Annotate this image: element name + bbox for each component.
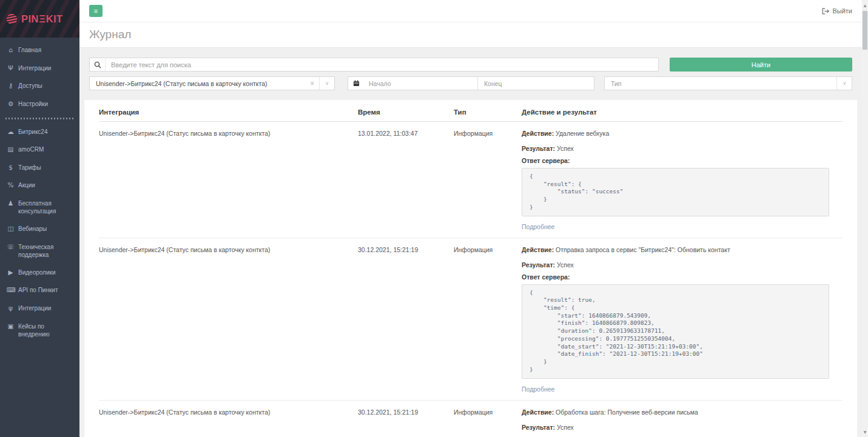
search-group (89, 58, 659, 72)
date-end-input[interactable] (477, 77, 594, 90)
home-icon: ⌂ (7, 46, 15, 55)
sidebar-item-api[interactable]: ⌨ API по Пинкит (0, 281, 79, 299)
sidebar-item-integrations-2[interactable]: ψ Интеграции (0, 299, 79, 318)
sidebar-item-amocrm[interactable]: ▤ amoCRM (0, 141, 79, 159)
brand-logo-icon (4, 12, 19, 27)
response-label: Ответ сервера: (522, 157, 829, 164)
keyboard-icon: ⌨ (7, 286, 15, 295)
sidebar-item-cases[interactable]: ▣ Кейсы по внедрению (0, 318, 79, 343)
action-text: Удаление вебхука (556, 130, 609, 137)
cloud-icon: ☁ (7, 128, 15, 136)
sidebar-item-integrations[interactable]: Ψ Интеграции (0, 59, 79, 78)
type-select-placeholder: Тип (605, 80, 836, 87)
table-row: Unisender->Битрикс24 (Статус письма в ка… (99, 238, 843, 400)
action-text: Обработка шага: Получение веб-версии пис… (556, 409, 698, 416)
search-icon (90, 58, 106, 71)
sidebar-item-webinars[interactable]: ◫ Вебинары (0, 220, 79, 238)
logout-icon (822, 8, 829, 15)
sidebar-item-label: Видеоролики (18, 269, 56, 277)
plug-icon: Ψ (7, 64, 15, 73)
webinar-screen-icon: ◫ (7, 225, 15, 233)
sidebar: PINΞKIT ⌂ Главная Ψ Интеграции ⚷ Доступы… (0, 0, 79, 437)
sidebar-item-tariffs[interactable]: $ Тарифы (0, 159, 79, 177)
sidebar-item-label: Техническая поддержка (18, 243, 76, 259)
search-input[interactable] (106, 58, 658, 71)
result-label: Результат: (522, 145, 555, 152)
brand-logo[interactable]: PINΞKIT (0, 0, 79, 38)
details-link[interactable]: Подробнее (522, 223, 554, 230)
response-label: Ответ сервера: (522, 273, 829, 281)
sidebar-item-tech-support[interactable]: ☏ Техническая поддержка (0, 238, 79, 264)
sidebar-separator (5, 118, 74, 119)
sidebar-item-label: Акции (18, 181, 35, 190)
type-select[interactable]: Тип ∨ (604, 76, 852, 90)
titlebar: Журнал (79, 22, 862, 48)
sidebar-item-home[interactable]: ⌂ Главная (0, 41, 79, 59)
action-label: Действие: (522, 409, 554, 416)
logout-button[interactable]: Выйти (822, 7, 852, 15)
sidebar-item-label: Вебинары (18, 225, 47, 233)
chevron-down-icon[interactable]: ∨ (836, 77, 852, 90)
sidebar-item-videos[interactable]: ▶ Видеоролики (0, 264, 79, 282)
sidebar-item-free-consultation[interactable]: ♟ Бесплатная консультация (0, 195, 79, 220)
integration-icon: ψ (7, 304, 15, 313)
result-text: Успех (557, 261, 574, 269)
sidebar-item-label: Главная (18, 46, 41, 55)
sidebar-item-label: Бесплатная консультация (18, 199, 76, 215)
laptop-icon: ▤ (7, 145, 15, 154)
main-area: ≡ Выйти Журнал (79, 0, 862, 437)
sidebar-item-promos[interactable]: % Акции (0, 176, 79, 195)
calendar-icon (348, 77, 364, 90)
sidebar-nav: ⌂ Главная Ψ Интеграции ⚷ Доступы ⚙ Настр… (0, 38, 79, 343)
app-window: PINΞKIT ⌂ Главная Ψ Интеграции ⚷ Доступы… (0, 0, 868, 437)
integration-select[interactable]: Unisender->Битрикс24 (Статус письма в ка… (89, 76, 335, 90)
key-icon: ⚷ (7, 82, 15, 90)
percent-icon: % (7, 181, 15, 190)
chevron-down-icon[interactable]: ∨ (319, 77, 334, 90)
sidebar-item-bitrix24[interactable]: ☁ Битрикс24 (0, 123, 79, 141)
vertical-scrollbar[interactable]: ▲ ▼ (862, 0, 868, 437)
clear-icon[interactable]: × (305, 79, 319, 88)
scroll-up-icon[interactable]: ▲ (862, 1, 868, 9)
server-response-json: { "result": true, "time": { "start": 164… (530, 289, 827, 374)
action-label: Действие: (522, 130, 554, 137)
result-text: Успех (557, 145, 574, 152)
details-link[interactable]: Подробнее (522, 385, 554, 393)
log-table-card: Интеграция Время Тип Действие и результа… (84, 100, 857, 437)
scrollbar-thumb[interactable] (863, 11, 867, 50)
sidebar-item-label: amoCRM (18, 145, 44, 154)
result-label: Результат: (522, 424, 555, 431)
video-icon: ▶ (7, 269, 15, 277)
person-icon: ♟ (7, 199, 15, 215)
page-title: Журнал (89, 28, 852, 41)
result-label: Результат: (522, 261, 555, 269)
column-header-action: Действие и результат (522, 108, 843, 116)
sidebar-item-label: Доступы (18, 82, 42, 90)
sidebar-item-label: Кейсы по внедрению (18, 322, 76, 338)
server-response-block: { "result": { "status": "success" } } (522, 168, 829, 216)
filters: Найти Unisender->Битрикс24 (Статус письм… (89, 58, 852, 90)
action-text: Отправка запроса в сервис "Битрикс24": О… (556, 246, 730, 253)
column-header-type: Тип (454, 108, 522, 116)
row-type: Информация (454, 246, 522, 393)
row-action-result: Действие: Обработка шага: Получение веб-… (522, 409, 843, 437)
briefcase-icon: ▣ (7, 322, 15, 338)
row-type: Информация (454, 130, 522, 230)
sidebar-item-access[interactable]: ⚷ Доступы (0, 77, 79, 95)
row-action-result: Действие: Удаление вебхука Результат: Ус… (522, 130, 843, 230)
content: Найти Unisender->Битрикс24 (Статус письм… (79, 48, 862, 437)
search-button[interactable]: Найти (670, 58, 852, 72)
support-icon: ☏ (7, 243, 15, 259)
topbar: ≡ Выйти (79, 0, 862, 22)
menu-toggle-button[interactable]: ≡ (89, 5, 103, 17)
table-row: Unisender->Битрикс24 (Статус письма в ка… (99, 400, 843, 437)
sidebar-item-settings[interactable]: ⚙ Настройки (0, 95, 79, 113)
row-integration: Unisender->Битрикс24 (Статус письма в ка… (99, 409, 358, 437)
row-time: 30.12.2021, 15:21:19 (358, 246, 454, 393)
filter-row: Unisender->Битрикс24 (Статус письма в ка… (89, 76, 852, 90)
scroll-down-icon[interactable]: ▼ (862, 428, 868, 436)
date-start-input[interactable] (364, 77, 477, 90)
result-text: Успех (557, 424, 574, 431)
row-time: 13.01.2022, 11:03:47 (358, 130, 454, 230)
column-header-integration: Интеграция (99, 108, 358, 116)
